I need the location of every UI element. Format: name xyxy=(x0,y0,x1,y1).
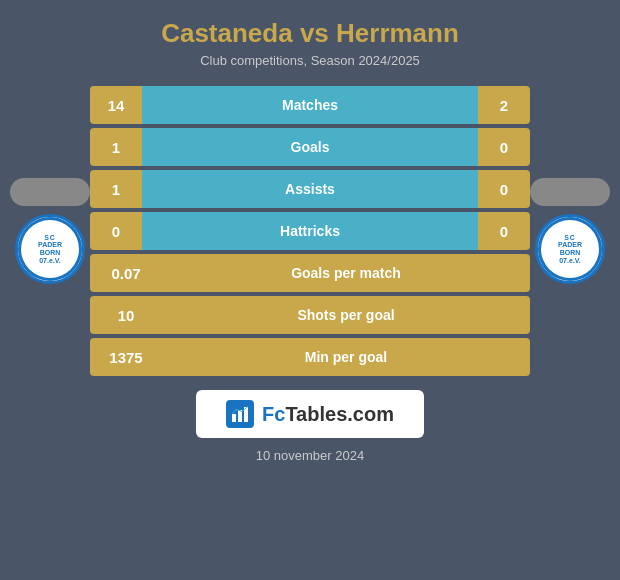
stat-label: Matches xyxy=(142,86,478,124)
stat-left-value: 1 xyxy=(90,128,142,166)
stat-label: Goals xyxy=(142,128,478,166)
right-club-logo: SC PADERBORN 07.e.V. xyxy=(535,214,605,284)
right-logo-area: SC PADERBORN 07.e.V. xyxy=(530,178,610,284)
stat-single-value: 10 xyxy=(90,296,162,334)
left-logo-07: 07.e.V. xyxy=(39,257,61,264)
stat-label: Hattricks xyxy=(142,212,478,250)
right-logo-paderborn: PADERBORN xyxy=(558,241,582,256)
svg-rect-1 xyxy=(232,414,236,422)
fctables-tables: Tables.com xyxy=(285,403,394,425)
date-footer: 10 november 2024 xyxy=(256,448,364,463)
left-club-logo: SC PADERBORN 07.e.V. xyxy=(15,214,85,284)
stat-right-value: 0 xyxy=(478,170,530,208)
page-wrapper: Castaneda vs Herrmann Club competitions,… xyxy=(0,0,620,580)
stat-left-value: 1 xyxy=(90,170,142,208)
stats-section: SC PADERBORN 07.e.V. 14 Matches 2 1 Goal… xyxy=(10,86,610,376)
stat-left-value: 0 xyxy=(90,212,142,250)
left-logo-area: SC PADERBORN 07.e.V. xyxy=(10,178,90,284)
stat-single-value: 0.07 xyxy=(90,254,162,292)
stat-row-dual: 0 Hattricks 0 xyxy=(90,212,530,250)
right-logo-07: 07.e.V. xyxy=(559,257,581,264)
stat-single-label: Goals per match xyxy=(162,254,530,292)
fctables-icon xyxy=(226,400,254,428)
stat-row-dual: 14 Matches 2 xyxy=(90,86,530,124)
stat-right-value: 2 xyxy=(478,86,530,124)
left-logo-bar xyxy=(10,178,90,206)
right-logo-sc: SC xyxy=(564,234,576,241)
fctables-fc: Fc xyxy=(262,403,285,425)
stats-table: 14 Matches 2 1 Goals 0 1 Assists 0 0 Hat… xyxy=(90,86,530,376)
fctables-text: FcTables.com xyxy=(262,403,394,426)
stat-row-single: 0.07 Goals per match xyxy=(90,254,530,292)
stat-row-dual: 1 Assists 0 xyxy=(90,170,530,208)
left-logo-sc: SC xyxy=(44,234,56,241)
stat-row-single: 1375 Min per goal xyxy=(90,338,530,376)
right-logo-bar xyxy=(530,178,610,206)
page-title: Castaneda vs Herrmann xyxy=(161,18,459,49)
left-logo-paderborn: PADERBORN xyxy=(38,241,62,256)
stat-right-value: 0 xyxy=(478,212,530,250)
page-subtitle: Club competitions, Season 2024/2025 xyxy=(200,53,420,68)
fctables-banner: FcTables.com xyxy=(196,390,424,438)
stat-left-value: 14 xyxy=(90,86,142,124)
stat-label: Assists xyxy=(142,170,478,208)
stat-single-value: 1375 xyxy=(90,338,162,376)
stat-row-single: 10 Shots per goal xyxy=(90,296,530,334)
stat-single-label: Shots per goal xyxy=(162,296,530,334)
stat-single-label: Min per goal xyxy=(162,338,530,376)
stat-row-dual: 1 Goals 0 xyxy=(90,128,530,166)
stat-right-value: 0 xyxy=(478,128,530,166)
